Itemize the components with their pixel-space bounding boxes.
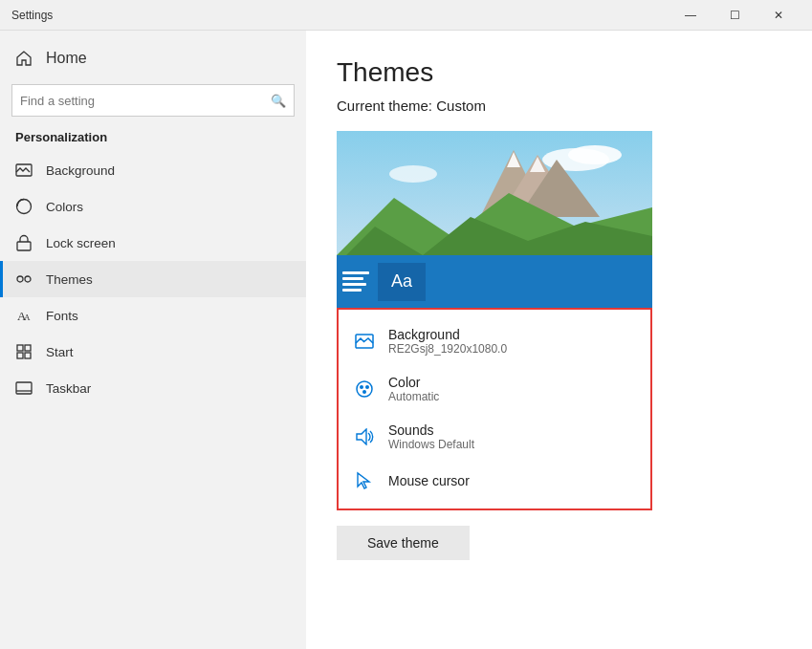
home-icon [15, 50, 33, 67]
svg-point-27 [360, 385, 363, 389]
attr-sounds[interactable]: Sounds Windows Default [339, 413, 650, 461]
lock-screen-label: Lock screen [46, 236, 116, 250]
theme-attributes-box: Background RE2Gsj8_1920x1080.0 Color A [337, 308, 652, 510]
svg-point-26 [357, 381, 372, 397]
svg-rect-9 [17, 353, 23, 358]
svg-rect-7 [17, 345, 23, 351]
svg-point-15 [568, 145, 622, 164]
sidebar-item-taskbar[interactable]: Taskbar [0, 370, 306, 406]
svg-rect-2 [17, 242, 31, 250]
sidebar-item-fonts[interactable]: A A Fonts [0, 297, 306, 334]
attr-mouse-cursor-text: Mouse cursor [388, 473, 635, 488]
background-label: Background [46, 163, 115, 178]
current-theme-label: Current theme: Custom [337, 97, 781, 114]
taskbar-icon [15, 379, 33, 397]
theme-preview: Aa [337, 131, 652, 308]
home-label: Home [46, 50, 87, 67]
svg-rect-11 [16, 382, 32, 394]
search-box[interactable]: 🔍 [11, 84, 295, 117]
colors-icon [15, 198, 33, 215]
background-icon [15, 162, 33, 179]
page-title: Themes [337, 57, 781, 88]
lock-icon [15, 234, 33, 251]
svg-marker-30 [357, 429, 366, 444]
attr-background-name: Background [388, 327, 635, 342]
fonts-label: Fonts [46, 309, 78, 323]
svg-point-4 [25, 276, 31, 282]
maximize-button[interactable]: ☐ [713, 0, 757, 31]
start-icon [15, 343, 33, 360]
themes-icon [15, 270, 33, 288]
window-controls: — ☐ ✕ [669, 0, 801, 31]
attr-mouse-cursor-name: Mouse cursor [388, 473, 635, 488]
sidebar-item-home[interactable]: Home [0, 38, 306, 78]
taskbar-lines [342, 271, 369, 292]
svg-marker-31 [358, 473, 369, 488]
attr-sounds-text: Sounds Windows Default [388, 422, 635, 451]
attr-sounds-name: Sounds [388, 422, 635, 438]
sidebar-item-background[interactable]: Background [0, 152, 306, 188]
window-title: Settings [11, 9, 669, 22]
taskbar-preview: Aa [337, 255, 652, 308]
attr-color-value: Automatic [388, 390, 635, 403]
app-body: Home 🔍 Personalization Background [0, 31, 812, 649]
fonts-icon: A A [15, 307, 33, 324]
sidebar-item-colors[interactable]: Colors [0, 188, 306, 225]
search-input[interactable] [20, 94, 271, 108]
attr-background-value: RE2Gsj8_1920x1080.0 [388, 342, 635, 356]
main-content: Themes Current theme: Custom [306, 31, 812, 649]
sidebar: Home 🔍 Personalization Background [0, 31, 306, 649]
sidebar-item-themes[interactable]: Themes [0, 261, 306, 297]
save-theme-button[interactable]: Save theme [337, 526, 470, 560]
svg-point-29 [362, 390, 366, 394]
svg-rect-8 [25, 345, 31, 351]
attr-background[interactable]: Background RE2Gsj8_1920x1080.0 [339, 317, 650, 365]
sidebar-item-start[interactable]: Start [0, 334, 306, 370]
taskbar-line-3 [342, 283, 366, 286]
attr-mouse-cursor[interactable]: Mouse cursor [339, 461, 650, 501]
taskbar-label: Taskbar [46, 381, 91, 396]
sidebar-item-lock-screen[interactable]: Lock screen [0, 225, 306, 261]
attr-background-text: Background RE2Gsj8_1920x1080.0 [388, 327, 635, 356]
attr-background-icon [354, 331, 375, 352]
svg-text:A: A [24, 313, 31, 322]
attr-sounds-icon [354, 426, 375, 447]
svg-rect-10 [25, 353, 31, 358]
taskbar-line-1 [342, 271, 369, 274]
attr-color-name: Color [388, 375, 635, 390]
taskbar-line-4 [342, 289, 362, 292]
taskbar-line-2 [342, 277, 363, 280]
title-bar: Settings — ☐ ✕ [0, 0, 812, 31]
svg-point-3 [17, 276, 23, 282]
attr-color[interactable]: Color Automatic [339, 365, 650, 413]
themes-label: Themes [46, 272, 93, 287]
attr-color-icon [354, 379, 375, 400]
mountain-scene: Aa [337, 131, 652, 308]
colors-label: Colors [46, 200, 83, 214]
sidebar-section-label: Personalization [0, 126, 306, 152]
attr-mouse-cursor-icon [354, 470, 375, 491]
taskbar-aa-box: Aa [377, 262, 427, 302]
start-label: Start [46, 345, 74, 359]
minimize-button[interactable]: — [669, 0, 713, 31]
attr-sounds-value: Windows Default [388, 438, 635, 451]
svg-point-16 [389, 165, 437, 183]
search-icon: 🔍 [271, 94, 286, 108]
attr-color-text: Color Automatic [388, 375, 635, 403]
svg-point-28 [365, 385, 369, 389]
close-button[interactable]: ✕ [757, 0, 801, 31]
